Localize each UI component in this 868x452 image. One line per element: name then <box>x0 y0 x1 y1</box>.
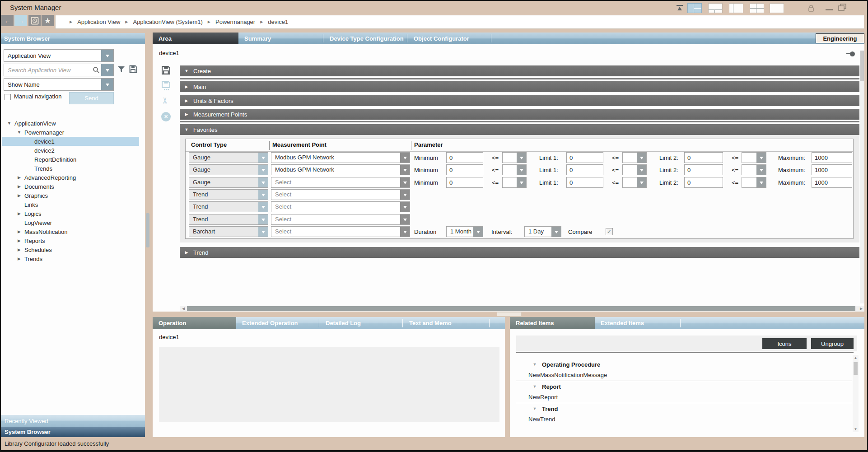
chevron-down-icon[interactable] <box>400 214 410 224</box>
expander-down-icon[interactable]: ▼ <box>6 121 12 126</box>
expander-down-icon[interactable]: ▼ <box>532 384 538 389</box>
operator-dropdown[interactable] <box>622 164 647 175</box>
chevron-down-icon[interactable] <box>258 190 268 200</box>
breadcrumb-item[interactable]: ApplicationView (System1) <box>133 19 202 25</box>
duration-dropdown[interactable]: 1 Month <box>446 226 483 237</box>
tree-node-trends[interactable]: ▶Trends <box>2 254 139 263</box>
interval-dropdown[interactable]: 1 Day <box>524 226 561 237</box>
limit1-input[interactable] <box>566 164 603 175</box>
breadcrumb-item[interactable]: device1 <box>268 19 288 25</box>
tree-node-advancedreporting[interactable]: ▶AdvancedReporting <box>2 173 139 182</box>
operator-dropdown[interactable] <box>742 152 766 163</box>
tree-node-logics[interactable]: ▶Logics <box>2 209 139 218</box>
minimum-input[interactable] <box>446 164 483 175</box>
expander-right-icon[interactable]: ▶ <box>16 256 22 261</box>
limit1-input[interactable] <box>566 177 603 188</box>
expander-right-icon[interactable]: ▶ <box>16 193 22 198</box>
chevron-down-icon[interactable] <box>756 165 766 175</box>
operator-dropdown[interactable] <box>502 177 527 188</box>
expander-down-icon[interactable]: ▼ <box>16 130 22 135</box>
chevron-down-icon[interactable] <box>400 165 410 175</box>
save-as-button[interactable] <box>161 80 171 93</box>
expander-down-icon[interactable]: ▼ <box>532 406 538 411</box>
send-button[interactable]: Send <box>69 92 114 104</box>
collapse-ribbon-icon[interactable] <box>676 5 684 12</box>
limit2-input[interactable] <box>684 164 723 175</box>
chevron-down-icon[interactable] <box>101 50 113 61</box>
chevron-down-icon[interactable] <box>551 227 561 237</box>
measurement-point-dropdown[interactable]: Modbus GPM Network <box>271 164 410 175</box>
chevron-down-icon[interactable] <box>101 79 113 90</box>
measurement-point-dropdown[interactable]: Select <box>271 177 410 188</box>
recently-viewed-bar[interactable]: Recently Viewed <box>0 415 145 427</box>
layout-left-column-button[interactable] <box>729 3 743 13</box>
control-type-dropdown[interactable]: Barchart <box>189 226 268 237</box>
operator-dropdown[interactable] <box>502 152 527 163</box>
chevron-down-icon[interactable] <box>400 227 410 237</box>
tree-node-reportdefinition[interactable]: ReportDefinition <box>2 155 139 164</box>
operator-dropdown[interactable] <box>622 152 647 163</box>
chevron-down-icon[interactable] <box>400 202 410 212</box>
icons-button[interactable]: Icons <box>762 338 807 349</box>
section-units-factors[interactable]: ▶Units & Factors <box>180 95 859 106</box>
vertical-scrollbar[interactable] <box>860 51 864 303</box>
expander-right-icon[interactable]: ▶ <box>16 184 22 189</box>
scroll-right-arrow[interactable]: ▶ <box>859 306 864 312</box>
pin-marker-icon[interactable] <box>846 51 856 56</box>
related-group-operating-procedure[interactable]: ▼Operating Procedure <box>516 360 851 369</box>
tab-text-and-memo[interactable]: Text and Memo <box>403 317 488 329</box>
tree-node-graphics[interactable]: ▶Graphics <box>2 191 139 200</box>
scrollbar-thumb[interactable] <box>187 306 855 311</box>
minimum-input[interactable] <box>446 152 483 163</box>
measurement-point-dropdown[interactable]: Modbus GPM Network <box>271 152 410 163</box>
maximum-input[interactable] <box>812 152 852 163</box>
chevron-down-icon[interactable] <box>637 177 646 187</box>
tab-detailed-log[interactable]: Detailed Log <box>320 317 402 329</box>
compare-checkbox[interactable]: ✓ <box>606 228 613 235</box>
chevron-down-icon[interactable] <box>756 153 766 163</box>
measurement-point-dropdown[interactable]: Select <box>271 201 410 212</box>
save-button[interactable] <box>161 65 171 77</box>
tab-area[interactable]: Area <box>153 33 238 44</box>
view-selector-dropdown[interactable]: Application View <box>4 49 114 62</box>
expander-right-icon[interactable]: ▶ <box>16 229 22 234</box>
related-group-report[interactable]: ▼Report <box>516 382 851 391</box>
tab-operation[interactable]: Operation <box>153 317 236 329</box>
control-type-dropdown[interactable]: Gauge <box>189 164 268 175</box>
forward-button[interactable]: → <box>14 15 27 26</box>
save-search-button[interactable] <box>129 65 138 75</box>
tree-node-trends-child[interactable]: Trends <box>2 164 139 173</box>
measurement-point-dropdown[interactable]: Select <box>271 189 410 200</box>
chevron-down-icon[interactable] <box>258 165 268 175</box>
scroll-up-arrow[interactable]: ▲ <box>853 355 859 361</box>
breadcrumb-item[interactable]: Application View <box>77 19 120 25</box>
expander-right-icon[interactable]: ▶ <box>16 247 22 252</box>
tree-node-reports[interactable]: ▶Reports <box>2 236 139 245</box>
chevron-down-icon[interactable] <box>473 227 483 237</box>
layout-single-button[interactable] <box>770 3 784 13</box>
horizontal-splitter-grip[interactable] <box>497 312 522 317</box>
limit1-input[interactable] <box>566 152 603 163</box>
tab-extended-operation[interactable]: Extended Operation <box>236 317 319 329</box>
chevron-down-icon[interactable] <box>637 153 646 163</box>
limit2-input[interactable] <box>684 152 723 163</box>
control-type-dropdown[interactable]: Trend <box>189 201 268 212</box>
related-item-newtrend[interactable]: NewTrend <box>516 415 851 424</box>
measurement-point-dropdown[interactable]: Select <box>271 214 410 225</box>
tab-related-items[interactable]: Related Items <box>510 317 595 329</box>
operator-dropdown[interactable] <box>742 164 766 175</box>
chevron-down-icon[interactable] <box>400 190 410 200</box>
expander-down-icon[interactable]: ▼ <box>532 362 538 367</box>
tree-node-applicationview[interactable]: ▼ApplicationView <box>2 119 139 128</box>
chevron-down-icon[interactable] <box>517 153 526 163</box>
manual-navigation-checkbox[interactable] <box>5 94 11 100</box>
section-main[interactable]: ▶Main <box>180 81 859 92</box>
engineering-mode-button[interactable]: Engineering <box>816 33 864 43</box>
tab-summary[interactable]: Summary <box>238 33 322 44</box>
section-measurement-points[interactable]: ▶Measurement Points <box>180 109 859 120</box>
minimize-button[interactable] <box>826 9 833 10</box>
system-browser-bar[interactable]: System Browser <box>0 427 145 437</box>
expander-right-icon[interactable]: ▶ <box>16 238 22 243</box>
measurement-point-dropdown[interactable]: Select <box>271 226 410 237</box>
search-field[interactable] <box>4 64 114 76</box>
